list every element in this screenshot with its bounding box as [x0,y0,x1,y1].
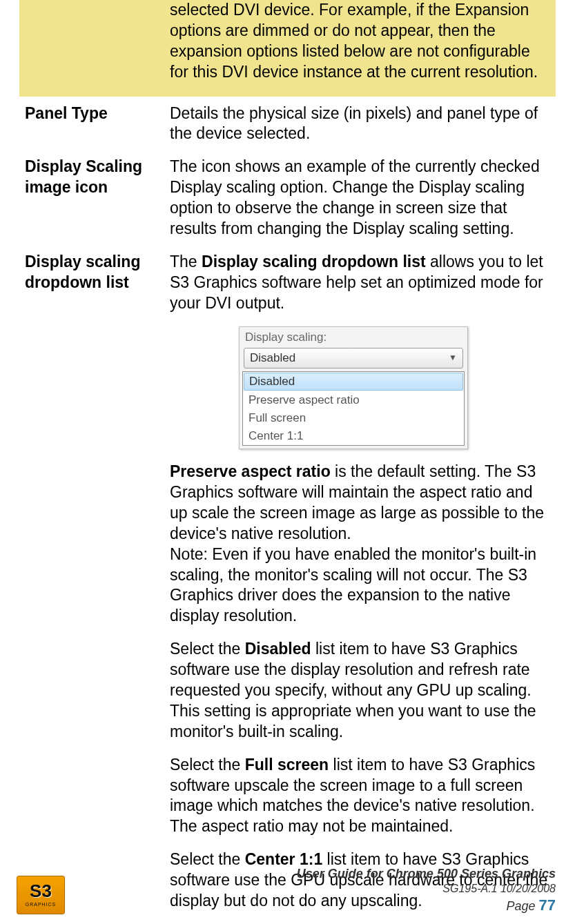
intro-prefix: The [170,253,202,271]
panel-type-row: Panel Type Details the physical size (in… [19,104,556,145]
dropdown-desc: The Display scaling dropdown list allows… [170,252,556,924]
logo-main-text: S3 [30,882,52,900]
footer-sg-line: SG195-A.1 10/20/2008 [297,882,556,896]
image-icon-label: Display Scaling image icon [19,157,170,198]
s3-logo: S3 GRAPHICS [17,876,65,914]
dropdown-selected-text: Disabled [250,351,295,366]
note-label [19,0,170,1]
footer-text-block: User Guide for Chrome 500 Series Graphic… [297,866,556,914]
preserve-paragraph: Preserve aspect ratio is the default set… [170,462,552,544]
footer-page-line: Page 77 [297,896,556,915]
dropdown-intro: The Display scaling dropdown list allows… [170,252,552,314]
dropdown-row: Display scaling dropdown list The Displa… [19,252,556,924]
image-icon-row: Display Scaling image icon The icon show… [19,157,556,239]
dropdown-widget-label: Display scaling: [240,327,467,346]
panel-type-label: Panel Type [19,104,170,124]
disabled-bold: Disabled [245,640,311,658]
full-bold: Full screen [245,756,329,774]
panel-type-text: Details the physical size (in pixels) an… [170,104,556,145]
preserve-note: Note: Even if you have enabled the monit… [170,544,552,627]
intro-bold: Display scaling dropdown list [202,253,426,271]
dropdown-item-preserve[interactable]: Preserve aspect ratio [243,391,464,409]
dropdown-item-disabled[interactable]: Disabled [244,373,463,391]
image-icon-text: The icon shows an example of the current… [170,157,556,239]
full-prefix: Select the [170,756,245,774]
dropdown-item-center[interactable]: Center 1:1 [243,427,464,445]
note-row: selected DVI device. For example, if the… [19,0,556,97]
footer-page-label: Page [506,899,538,913]
note-text: selected DVI device. For example, if the… [170,0,556,83]
dropdown-selected[interactable]: Disabled ▼ [244,348,463,368]
footer-title: User Guide for Chrome 500 Series Graphic… [297,866,556,882]
disabled-prefix: Select the [170,640,245,658]
preserve-bold: Preserve aspect ratio [170,462,331,480]
dropdown-label: Display scaling dropdown list [19,252,170,293]
logo-sub-text: GRAPHICS [26,901,57,907]
dropdown-list: Disabled Preserve aspect ratio Full scre… [242,371,465,446]
dropdown-item-full[interactable]: Full screen [243,409,464,427]
disabled-paragraph: Select the Disabled list item to have S3… [170,639,552,742]
chevron-down-icon: ▼ [449,353,457,364]
page-footer: S3 GRAPHICS User Guide for Chrome 500 Se… [0,866,575,914]
footer-page-number: 77 [539,896,556,914]
full-paragraph: Select the Full screen list item to have… [170,755,552,838]
display-scaling-dropdown[interactable]: Display scaling: Disabled ▼ Disabled Pre… [239,326,468,449]
